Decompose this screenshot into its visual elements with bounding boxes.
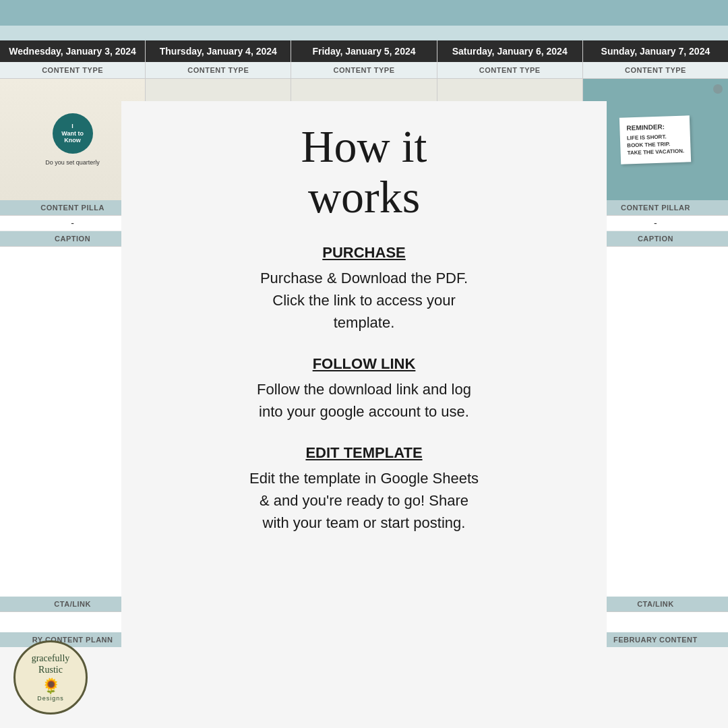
section-edit-body: Edit the template in Google Sheets& and … [162, 467, 566, 534]
col-1-content-type: CONTENT TYPE [0, 62, 145, 79]
reminder-title: REMINDER: [626, 122, 684, 131]
col-5-content-type: CONTENT TYPE [583, 62, 728, 79]
col-4-content-type: CONTENT TYPE [437, 62, 582, 79]
top-bar [0, 0, 728, 26]
col-4-header: Saturday, January 6, 2024 [437, 40, 582, 62]
section-follow-heading: FOLLOW LINK [162, 355, 566, 373]
section-purchase-heading: PURCHASE [162, 244, 566, 262]
reminder-text: LIFE IS SHORT.BOOK THE TRIP.TAKE THE VAC… [627, 132, 685, 156]
logo: gracefullyRustic 🌻 Designs [13, 640, 88, 715]
section-follow-body: Follow the download link and loginto you… [162, 378, 566, 423]
sunflower-icon: 🌻 [42, 677, 60, 695]
logo-text-sub: Designs [37, 695, 64, 702]
section-edit-heading: EDIT TEMPLATE [162, 444, 566, 462]
col-3-content-type: CONTENT TYPE [291, 62, 436, 79]
section-purchase: PURCHASE Purchase & Download the PDF.Cli… [162, 244, 566, 334]
logo-text-main: gracefullyRustic [32, 653, 70, 676]
sub-bar [0, 26, 728, 40]
col-1-img-caption: Do you set quarterly [42, 159, 102, 166]
col-5-header: Sunday, January 7, 2024 [583, 40, 728, 62]
how-it-works-overlay: How itworks PURCHASE Purchase & Download… [121, 101, 607, 654]
col-1-header: Wednesday, January 3, 2024 [0, 40, 145, 62]
section-purchase-body: Purchase & Download the PDF.Click the li… [162, 267, 566, 334]
overlay-title: How itworks [301, 121, 427, 222]
col-3-header: Friday, January 5, 2024 [291, 40, 436, 62]
section-follow: FOLLOW LINK Follow the download link and… [162, 355, 566, 423]
col-2-content-type: CONTENT TYPE [146, 62, 291, 79]
col-2-header: Thursday, January 4, 2024 [146, 40, 291, 62]
section-edit: EDIT TEMPLATE Edit the template in Googl… [162, 444, 566, 534]
